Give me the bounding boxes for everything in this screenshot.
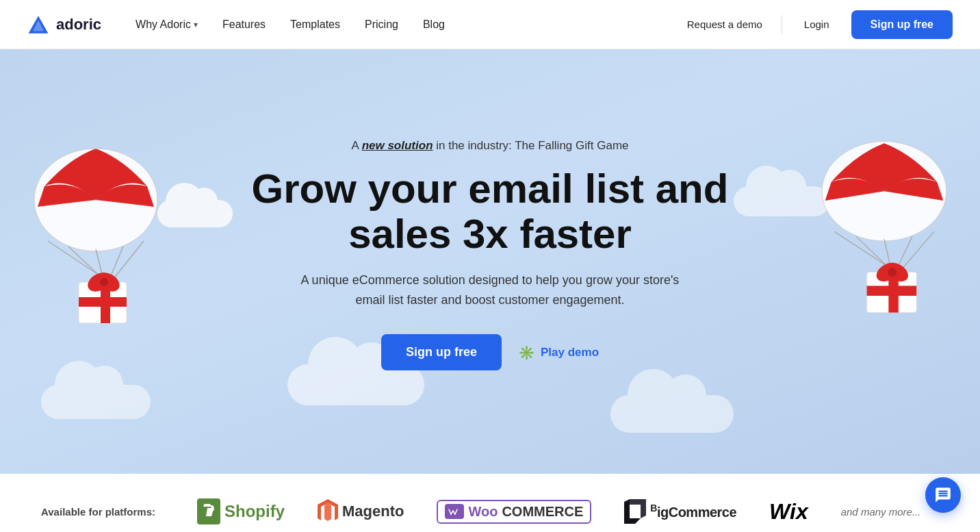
magento-icon (318, 499, 338, 524)
wix-logo: Wix (769, 499, 808, 524)
cloud-1 (157, 200, 233, 227)
hero-signup-button[interactable]: Sign up free (381, 334, 502, 370)
hero-announcement-link[interactable]: new solution (362, 139, 433, 152)
nav-divider (782, 15, 782, 34)
login-button[interactable]: Login (793, 13, 840, 36)
hero-subtitle: A unique eCommerce solution designed to … (298, 270, 682, 310)
nav-links: Why Adoric ▾ Features Templates Pricing … (126, 13, 454, 36)
shopify-icon (197, 498, 220, 524)
hero-actions: Sign up free ✳️ Play demo (381, 334, 599, 370)
nav-link-blog[interactable]: Blog (413, 13, 454, 36)
nav-item-blog[interactable]: Blog (413, 18, 454, 31)
request-demo-button[interactable]: Request a demo (679, 13, 771, 36)
hero-demo-button[interactable]: ✳️ Play demo (518, 344, 599, 361)
chevron-down-icon: ▾ (194, 20, 198, 29)
nav-link-pricing[interactable]: Pricing (355, 13, 408, 36)
logo[interactable]: adoric (27, 14, 101, 36)
logo-text: adoric (56, 16, 101, 34)
bigcommerce-icon (624, 499, 646, 524)
cloud-2 (41, 385, 151, 419)
magento-logo: Magento (318, 499, 404, 524)
chat-bubble[interactable] (925, 477, 961, 513)
woocommerce-icon (445, 504, 464, 519)
svg-marker-30 (630, 499, 646, 518)
platform-logos: Shopify Magento Woo COMMERCE (197, 498, 920, 524)
logo-icon (27, 14, 49, 36)
commerce-text: COMMERCE (502, 504, 583, 520)
shopify-logo: Shopify (197, 498, 285, 524)
platforms-section: Available for platforms: Shopify Magento (0, 474, 980, 532)
and-more-text: and many more... (841, 506, 921, 518)
parachute-right (816, 138, 953, 322)
nav-link-templates[interactable]: Templates (281, 13, 350, 36)
hero-title: Grow your email list and sales 3x faster (250, 166, 730, 257)
nav-link-why[interactable]: Why Adoric ▾ (126, 13, 207, 36)
nav-item-features[interactable]: Features (213, 18, 275, 31)
parachute-left (27, 145, 164, 340)
bigcommerce-logo: BigCommerce (624, 499, 736, 524)
nav-item-templates[interactable]: Templates (281, 18, 350, 31)
magento-text: Magento (342, 503, 404, 520)
nav-item-pricing[interactable]: Pricing (355, 18, 408, 31)
svg-point-14 (100, 278, 108, 286)
woocommerce-logo: Woo COMMERCE (437, 500, 591, 524)
cloud-5 (734, 186, 829, 216)
bigcommerce-text: BigCommerce (650, 503, 736, 520)
platforms-label: Available for platforms: (41, 506, 164, 518)
svg-point-27 (888, 268, 897, 277)
svg-rect-11 (79, 297, 127, 307)
nav-item-why[interactable]: Why Adoric ▾ (126, 13, 207, 36)
navbar-left: adoric Why Adoric ▾ Features Templates P… (27, 13, 454, 36)
hero-announcement: A new solution in the industry: The Fall… (352, 139, 629, 153)
nav-link-features[interactable]: Features (213, 13, 275, 36)
wix-text: Wix (769, 499, 808, 524)
cloud-4 (610, 395, 734, 433)
shopify-text: Shopify (224, 502, 285, 521)
chat-icon (934, 486, 952, 504)
svg-rect-24 (867, 286, 917, 296)
hero-section: A new solution in the industry: The Fall… (0, 49, 980, 474)
navbar: adoric Why Adoric ▾ Features Templates P… (0, 0, 980, 49)
navbar-right: Request a demo Login Sign up free (679, 10, 953, 39)
signup-button[interactable]: Sign up free (851, 10, 953, 39)
woo-text: Woo (468, 504, 498, 520)
cursor-icon: ✳️ (518, 344, 535, 361)
